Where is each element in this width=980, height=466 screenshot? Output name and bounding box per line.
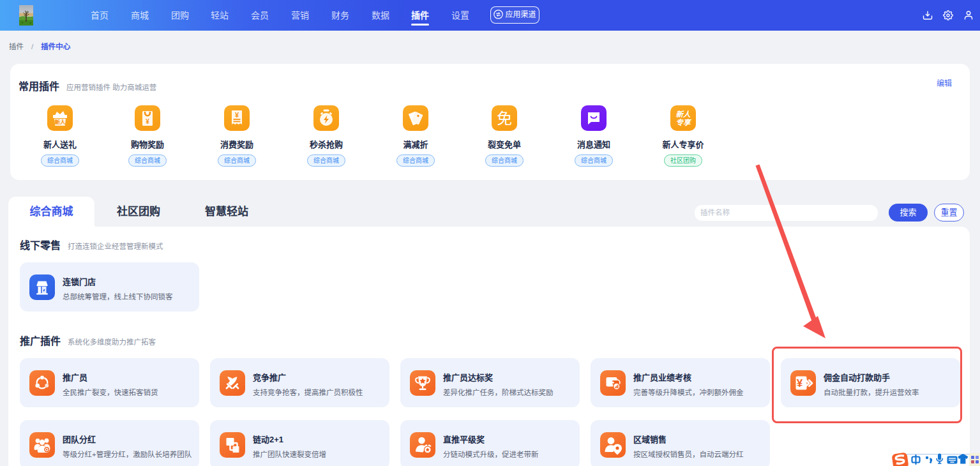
- svg-text:专享: 专享: [676, 119, 692, 126]
- svg-text:¥: ¥: [146, 118, 149, 125]
- svg-text:新人: 新人: [676, 110, 691, 118]
- svg-text:免: 免: [497, 110, 512, 127]
- svg-text:新人: 新人: [54, 119, 66, 125]
- svg-text:¥: ¥: [235, 111, 239, 119]
